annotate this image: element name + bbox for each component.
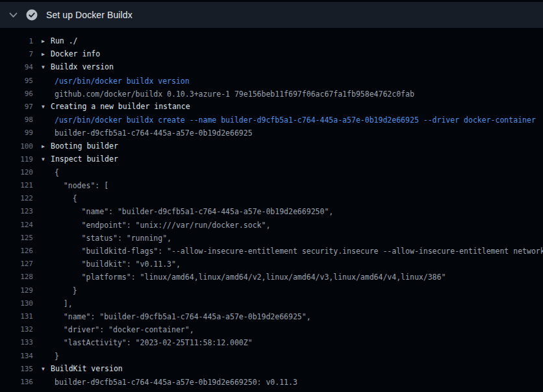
log-line: 122 { — [0, 192, 543, 205]
log-line: 129 } — [0, 284, 543, 297]
line-number[interactable]: 94 — [0, 61, 33, 74]
log-output-text: "endpoint": "unix:///var/run/docker.sock… — [42, 219, 270, 232]
log-viewer: 1▶Run ./7▶Docker info94▼Buildx version95… — [0, 28, 543, 389]
log-output-text: { — [42, 166, 59, 179]
log-output-text: "status": "running", — [42, 232, 171, 245]
log-line: 130 ], — [0, 297, 543, 310]
line-number[interactable]: 128 — [0, 271, 33, 284]
line-number[interactable]: 130 — [0, 297, 33, 310]
log-line: 7▶Docker info — [0, 48, 543, 61]
line-number[interactable]: 132 — [0, 323, 33, 336]
log-output-text: "name": "builder-d9cfb5a1-c764-445a-a57e… — [42, 310, 311, 323]
log-output-text: builder-d9cfb5a1-c764-445a-a57e-0b19d2e6… — [42, 127, 253, 140]
line-number[interactable]: 119 — [0, 153, 33, 166]
log-line: 131 "name": "builder-d9cfb5a1-c764-445a-… — [0, 310, 543, 323]
log-group-label: Buildx version — [51, 62, 114, 71]
line-number[interactable]: 136 — [0, 376, 33, 389]
log-line: 99builder-d9cfb5a1-c764-445a-a57e-0b19d2… — [0, 127, 543, 140]
line-number[interactable]: 1 — [0, 35, 33, 48]
line-number[interactable]: 129 — [0, 284, 33, 297]
log-line: 119▼Inspect builder — [0, 153, 543, 166]
log-output-text: ], — [42, 297, 73, 310]
log-line: 1▶Run ./ — [0, 35, 543, 48]
triangle-collapsed-icon[interactable]: ▶ — [42, 35, 51, 48]
log-group-header[interactable]: ▶Run ./ — [42, 35, 78, 48]
triangle-expanded-icon[interactable]: ▼ — [42, 153, 51, 166]
log-output-text: "driver": "docker-container", — [42, 323, 194, 336]
log-line: 135▼BuildKit version — [0, 363, 543, 376]
log-line: 133 "lastActivity": "2023-02-25T11:58:12… — [0, 336, 543, 349]
triangle-collapsed-icon[interactable]: ▶ — [42, 48, 51, 61]
log-group-header[interactable]: ▼Creating a new builder instance — [42, 101, 190, 114]
log-group-header[interactable]: ▼Inspect builder — [42, 153, 118, 166]
log-group-header[interactable]: ▶Booting builder — [42, 140, 118, 153]
log-output-text: } — [42, 284, 77, 297]
log-line: 95/usr/bin/docker buildx version — [0, 75, 543, 88]
log-line: 123 "name": "builder-d9cfb5a1-c764-445a-… — [0, 205, 543, 218]
check-circle-icon — [26, 9, 38, 21]
log-group-label: Inspect builder — [51, 154, 118, 164]
log-line: 127 "buildkit": "v0.11.3", — [0, 258, 543, 271]
log-line: 134} — [0, 350, 543, 363]
line-number[interactable]: 95 — [0, 75, 33, 88]
line-number[interactable]: 135 — [0, 363, 33, 376]
triangle-expanded-icon[interactable]: ▼ — [42, 101, 51, 114]
line-number[interactable]: 131 — [0, 310, 33, 323]
log-group-header[interactable]: ▼BuildKit version — [42, 363, 123, 376]
line-number[interactable]: 134 — [0, 350, 33, 363]
log-group-label: Creating a new builder instance — [51, 102, 190, 111]
log-line: 97▼Creating a new builder instance — [0, 101, 543, 114]
log-output-text: "buildkit": "v0.11.3", — [42, 258, 181, 271]
line-number[interactable]: 99 — [0, 127, 33, 140]
log-line: 124 "endpoint": "unix:///var/run/docker.… — [0, 219, 543, 232]
log-group-header[interactable]: ▼Buildx version — [42, 61, 114, 74]
line-number[interactable]: 126 — [0, 245, 33, 258]
log-command-text: /usr/bin/docker buildx create --name bui… — [42, 114, 536, 127]
line-number[interactable]: 125 — [0, 232, 33, 245]
line-number[interactable]: 100 — [0, 140, 33, 153]
log-output-text: "platforms": "linux/amd64,linux/amd64/v2… — [42, 271, 446, 284]
log-line: 100▶Booting builder — [0, 140, 543, 153]
line-number[interactable]: 7 — [0, 48, 33, 61]
line-number[interactable]: 133 — [0, 336, 33, 349]
log-output-text: builder-d9cfb5a1-c764-445a-a57e-0b19d2e6… — [42, 376, 297, 389]
log-line: 125 "status": "running", — [0, 232, 543, 245]
step-title: Set up Docker Buildx — [46, 10, 133, 20]
log-line: 126 "buildkitd-flags": "--allow-insecure… — [0, 245, 543, 258]
log-output-text: "name": "builder-d9cfb5a1-c764-445a-a57e… — [42, 205, 333, 218]
log-command-text: /usr/bin/docker buildx version — [42, 75, 190, 88]
log-group-label: Booting builder — [51, 141, 118, 151]
log-group-label: Run ./ — [51, 36, 78, 45]
log-group-label: BuildKit version — [51, 364, 123, 373]
triangle-collapsed-icon[interactable]: ▶ — [42, 140, 51, 153]
line-number[interactable]: 122 — [0, 192, 33, 205]
log-line: 132 "driver": "docker-container", — [0, 323, 543, 336]
log-line: 120{ — [0, 166, 543, 179]
log-output-text: github.com/docker/buildx 0.10.3+azure-1 … — [42, 88, 414, 101]
log-line: 98/usr/bin/docker buildx create --name b… — [0, 114, 543, 127]
triangle-expanded-icon[interactable]: ▼ — [42, 61, 51, 74]
line-number[interactable]: 98 — [0, 114, 33, 127]
line-number[interactable]: 97 — [0, 101, 33, 114]
line-number[interactable]: 127 — [0, 258, 33, 271]
line-number[interactable]: 96 — [0, 88, 33, 101]
log-line: 96github.com/docker/buildx 0.10.3+azure-… — [0, 88, 543, 101]
log-output-text: { — [42, 192, 77, 205]
log-output-text: "nodes": [ — [42, 179, 108, 192]
log-output-text: "buildkitd-flags": "--allow-insecure-ent… — [42, 245, 543, 258]
triangle-expanded-icon[interactable]: ▼ — [42, 363, 51, 376]
log-output-text: } — [42, 350, 59, 363]
line-number[interactable]: 123 — [0, 205, 33, 218]
log-line: 128 "platforms": "linux/amd64,linux/amd6… — [0, 271, 543, 284]
log-line: 121 "nodes": [ — [0, 179, 543, 192]
line-number[interactable]: 120 — [0, 166, 33, 179]
log-line: 94▼Buildx version — [0, 61, 543, 74]
line-number[interactable]: 121 — [0, 179, 33, 192]
log-output-text: "lastActivity": "2023-02-25T11:58:12.000… — [42, 336, 253, 349]
step-header[interactable]: Set up Docker Buildx — [0, 2, 543, 28]
log-group-label: Docker info — [51, 49, 100, 58]
log-line: 136builder-d9cfb5a1-c764-445a-a57e-0b19d… — [0, 376, 543, 389]
log-group-header[interactable]: ▶Docker info — [42, 48, 100, 61]
chevron-down-icon[interactable] — [9, 12, 18, 18]
line-number[interactable]: 124 — [0, 219, 33, 232]
